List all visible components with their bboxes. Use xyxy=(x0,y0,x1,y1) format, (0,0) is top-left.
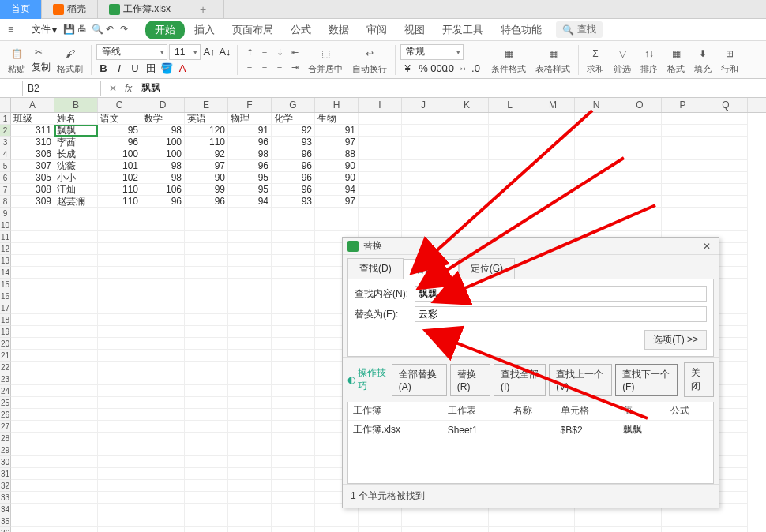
cell[interactable] xyxy=(272,255,315,267)
cell[interactable]: 93 xyxy=(272,137,315,148)
cell[interactable] xyxy=(445,208,489,219)
row-header[interactable]: 29 xyxy=(0,444,11,456)
currency-button[interactable]: ¥ xyxy=(400,62,415,76)
cell[interactable]: 李茜 xyxy=(54,137,98,148)
cell[interactable] xyxy=(185,350,228,362)
col-header[interactable]: L xyxy=(489,98,531,112)
replace-input[interactable] xyxy=(415,306,707,322)
cell[interactable] xyxy=(185,255,228,267)
cell[interactable] xyxy=(359,208,402,219)
cell[interactable]: 98 xyxy=(228,148,272,160)
result-header[interactable]: 值 xyxy=(618,402,666,421)
cell[interactable] xyxy=(402,160,445,172)
cell[interactable] xyxy=(54,314,98,326)
cell[interactable]: 生物 xyxy=(315,113,359,125)
indent-inc[interactable]: ⇥ xyxy=(287,60,302,74)
cell[interactable] xyxy=(185,338,228,350)
wrap-text[interactable]: ↩自动换行 xyxy=(349,45,390,75)
cell[interactable] xyxy=(11,397,54,409)
cell[interactable] xyxy=(531,515,575,527)
col-header[interactable]: G xyxy=(272,98,315,112)
cell[interactable] xyxy=(272,362,315,373)
cell[interactable] xyxy=(11,243,54,255)
cell[interactable] xyxy=(11,219,54,231)
find-all-button[interactable]: 查找全部(I) xyxy=(494,364,546,396)
cell[interactable] xyxy=(54,527,98,532)
font-color-button[interactable]: A xyxy=(175,62,190,76)
cell[interactable] xyxy=(54,468,98,480)
cell[interactable] xyxy=(272,350,315,362)
cell[interactable] xyxy=(402,148,445,160)
cell[interactable] xyxy=(618,208,662,219)
cell[interactable] xyxy=(11,314,54,326)
ribbon-tab-insert[interactable]: 插入 xyxy=(186,20,223,40)
cell[interactable] xyxy=(489,172,531,184)
col-header[interactable]: E xyxy=(185,98,228,112)
cell[interactable] xyxy=(11,267,54,279)
row-header[interactable]: 20 xyxy=(0,338,11,350)
cell[interactable] xyxy=(402,219,445,231)
cell[interactable] xyxy=(185,362,228,373)
cell[interactable] xyxy=(185,314,228,326)
row-header[interactable]: 10 xyxy=(0,219,11,231)
dialog-tab-replace[interactable]: 替换(P) xyxy=(404,259,459,279)
cell[interactable] xyxy=(575,219,618,231)
formula-input[interactable] xyxy=(137,81,766,96)
cell[interactable]: 97 xyxy=(185,160,228,172)
tab-workbook[interactable]: 工作簿.xlsx xyxy=(98,0,182,19)
cell[interactable] xyxy=(272,456,315,468)
cell[interactable] xyxy=(11,338,54,350)
cell[interactable] xyxy=(54,373,98,385)
cell[interactable] xyxy=(54,326,98,338)
cell[interactable] xyxy=(489,148,531,160)
row-header[interactable]: 11 xyxy=(0,231,11,243)
cell[interactable] xyxy=(54,279,98,290)
cell[interactable] xyxy=(54,433,98,444)
cell[interactable]: 赵芸澜 xyxy=(54,196,98,208)
cell[interactable]: 98 xyxy=(141,172,185,184)
cell[interactable] xyxy=(272,385,315,397)
cell[interactable] xyxy=(141,456,185,468)
col-header[interactable]: D xyxy=(141,98,185,112)
cell[interactable]: 英语 xyxy=(185,113,228,125)
replace-button[interactable]: 替换(R) xyxy=(450,364,490,396)
cell[interactable] xyxy=(272,279,315,290)
cell[interactable]: 数学 xyxy=(141,113,185,125)
cell[interactable] xyxy=(98,314,141,326)
tab-daoke[interactable]: 稻壳 xyxy=(42,0,98,19)
cell[interactable] xyxy=(98,219,141,231)
cell[interactable] xyxy=(402,196,445,208)
cell[interactable] xyxy=(11,480,54,492)
ribbon-tab-dev[interactable]: 开发工具 xyxy=(434,20,491,40)
cell[interactable] xyxy=(98,456,141,468)
cell[interactable] xyxy=(662,148,704,160)
cell[interactable] xyxy=(531,148,575,160)
options-button[interactable]: 选项(T) >> xyxy=(644,330,707,350)
row-header[interactable]: 25 xyxy=(0,397,11,409)
cell[interactable] xyxy=(402,137,445,148)
cell[interactable] xyxy=(228,326,272,338)
cell[interactable] xyxy=(228,255,272,267)
cell[interactable] xyxy=(98,267,141,279)
cell[interactable]: 310 xyxy=(11,137,54,148)
row-header[interactable]: 27 xyxy=(0,421,11,433)
cell[interactable] xyxy=(98,515,141,527)
fx-label[interactable]: fx xyxy=(125,83,132,94)
cell[interactable] xyxy=(662,208,704,219)
cell[interactable] xyxy=(402,527,445,532)
cell[interactable] xyxy=(54,444,98,456)
cell[interactable] xyxy=(359,113,402,125)
cell[interactable] xyxy=(272,302,315,314)
tab-new[interactable]: + xyxy=(182,0,224,19)
tab-home[interactable]: 首页 xyxy=(0,0,42,19)
cell[interactable] xyxy=(445,515,489,527)
cell[interactable]: 106 xyxy=(141,184,185,196)
cell[interactable] xyxy=(272,480,315,492)
cell[interactable] xyxy=(11,421,54,433)
cell[interactable] xyxy=(359,527,402,532)
cell[interactable] xyxy=(489,125,531,137)
row-header[interactable]: 28 xyxy=(0,433,11,444)
cell[interactable] xyxy=(185,504,228,515)
cell[interactable] xyxy=(272,444,315,456)
paste-group[interactable]: 📋粘贴 xyxy=(5,45,28,75)
